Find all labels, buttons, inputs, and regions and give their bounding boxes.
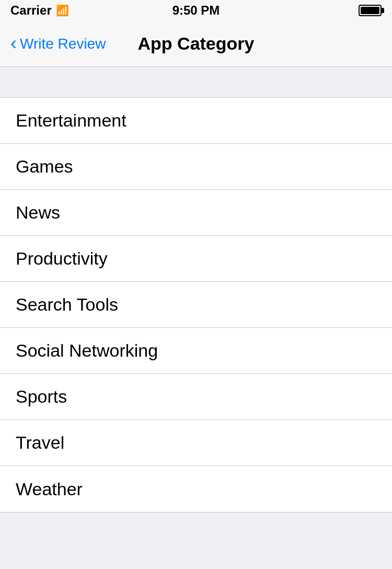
list-item-label-travel: Travel [16, 433, 64, 453]
wifi-icon: 📶 [56, 4, 69, 17]
list-item-label-games: Games [16, 156, 73, 177]
battery-icon [359, 5, 382, 16]
list-item-label-social-networking: Social Networking [16, 340, 158, 361]
list-item-label-weather: Weather [16, 479, 83, 499]
list-item-label-productivity: Productivity [16, 248, 108, 269]
list-item-travel[interactable]: Travel [0, 420, 392, 466]
list-item-games[interactable]: Games [0, 144, 392, 190]
list-item-social-networking[interactable]: Social Networking [0, 328, 392, 374]
list-item-entertainment[interactable]: Entertainment [0, 98, 392, 144]
list-item-label-entertainment: Entertainment [16, 110, 126, 131]
back-button[interactable]: ‹ Write Review [10, 35, 106, 53]
category-list: EntertainmentGamesNewsProductivitySearch… [0, 97, 392, 512]
status-bar: Carrier 📶 9:50 PM [0, 0, 392, 21]
navigation-bar: ‹ Write Review App Category [0, 21, 392, 67]
list-item-search-tools[interactable]: Search Tools [0, 282, 392, 328]
time-label: 9:50 PM [172, 3, 220, 18]
section-header-space [0, 67, 392, 97]
back-label: Write Review [20, 36, 106, 52]
list-item-weather[interactable]: Weather [0, 466, 392, 512]
back-chevron-icon: ‹ [10, 34, 17, 53]
list-item-news[interactable]: News [0, 190, 392, 236]
carrier-label: Carrier [10, 3, 52, 18]
page-title: App Category [138, 33, 255, 54]
list-item-label-news: News [16, 202, 60, 223]
list-item-label-sports: Sports [16, 386, 67, 407]
status-bar-left: Carrier 📶 [10, 3, 69, 18]
list-item-productivity[interactable]: Productivity [0, 236, 392, 282]
battery-indicator [359, 5, 382, 16]
list-item-sports[interactable]: Sports [0, 374, 392, 420]
battery-fill [361, 7, 379, 14]
list-item-label-search-tools: Search Tools [16, 294, 118, 315]
footer-section [0, 512, 392, 569]
